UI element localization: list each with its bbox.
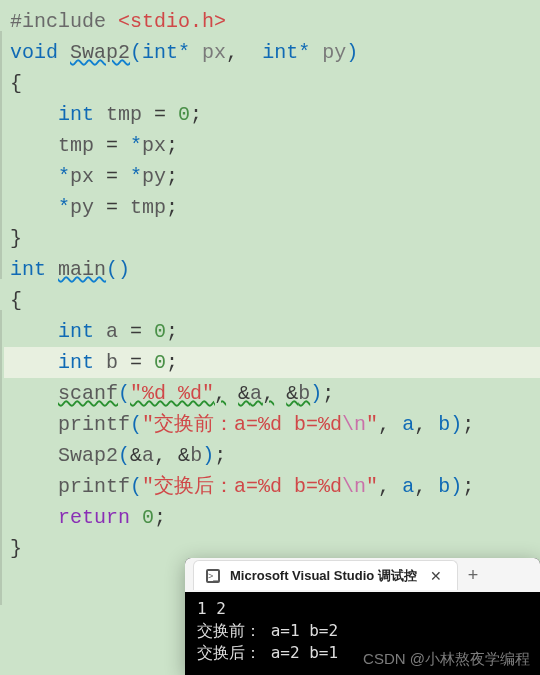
code-line-active: int b = 0; — [4, 347, 540, 378]
code-line: printf("交换前：a=%d b=%d\n", a, b); — [4, 409, 540, 440]
code-line: int a = 0; — [4, 316, 540, 347]
code-line: { — [4, 285, 540, 316]
code-line: *py = tmp; — [4, 192, 540, 223]
code-editor[interactable]: #include <stdio.h> void Swap2(int* px, i… — [0, 0, 540, 564]
terminal-icon: >_ — [206, 569, 220, 583]
close-icon[interactable]: ✕ — [427, 567, 445, 585]
code-line: printf("交换后：a=%d b=%d\n", a, b); — [4, 471, 540, 502]
code-line: tmp = *px; — [4, 130, 540, 161]
console-tab-title: Microsoft Visual Studio 调试控 — [230, 567, 417, 585]
console-line: 1 2 — [197, 598, 528, 620]
code-line: int main() — [4, 254, 540, 285]
console-titlebar[interactable]: >_ Microsoft Visual Studio 调试控 ✕ + — [185, 558, 540, 592]
code-line: return 0; — [4, 502, 540, 533]
code-line: void Swap2(int* px, int* py) — [4, 37, 540, 68]
bracket-guide — [0, 310, 2, 605]
console-tab[interactable]: >_ Microsoft Visual Studio 调试控 ✕ — [193, 560, 458, 590]
new-tab-button[interactable]: + — [468, 565, 479, 586]
console-line: 交换前： a=1 b=2 — [197, 620, 528, 642]
code-line: } — [4, 223, 540, 254]
watermark-text: CSDN @小林熬夜学编程 — [363, 650, 530, 669]
code-line: int tmp = 0; — [4, 99, 540, 130]
code-line: Swap2(&a, &b); — [4, 440, 540, 471]
code-line: #include <stdio.h> — [4, 6, 540, 37]
bracket-guide — [0, 31, 2, 279]
code-line: *px = *py; — [4, 161, 540, 192]
code-line: scanf("%d %d", &a, &b); — [4, 378, 540, 409]
code-line: { — [4, 68, 540, 99]
